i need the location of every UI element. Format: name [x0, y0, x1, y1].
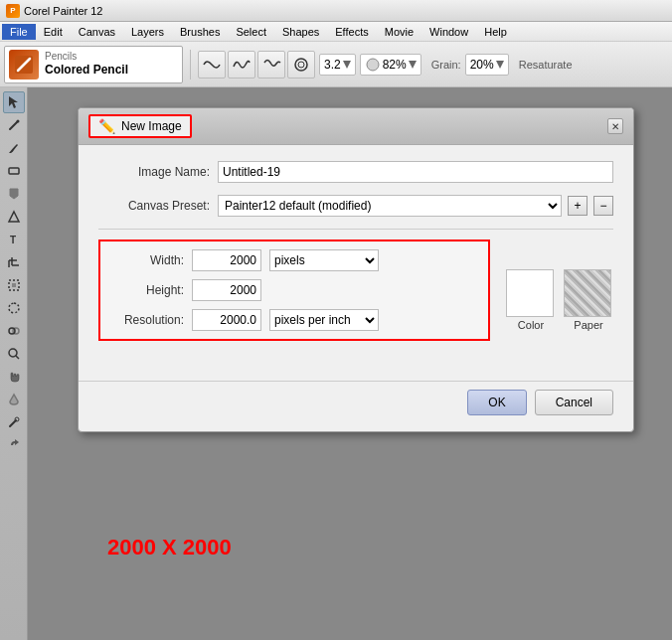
brush-selector[interactable]: Pencils Colored Pencil [4, 46, 183, 83]
paper-swatch[interactable]: Paper [564, 269, 613, 331]
left-toolbar: T [0, 87, 28, 640]
brush-tool-circle[interactable] [287, 51, 315, 79]
opacity-control[interactable]: 82% [360, 54, 421, 76]
menu-file[interactable]: File [2, 24, 36, 40]
svg-rect-11 [9, 168, 19, 174]
brush-tool-squiggle1[interactable] [198, 51, 226, 79]
tool-bucket[interactable] [3, 389, 25, 410]
svg-marker-8 [496, 61, 504, 69]
dialog-title-highlight: ✏️ New Image [88, 114, 192, 138]
ok-button[interactable]: OK [467, 390, 526, 415]
canvas-area: 2000 X 2000 ✏️ New Image ✕ Image Name: [28, 87, 672, 640]
app-icon: P [6, 4, 20, 18]
svg-line-9 [10, 121, 18, 129]
width-input[interactable] [192, 249, 261, 271]
menu-select[interactable]: Select [228, 24, 274, 40]
pencil-icon: ✏️ [98, 118, 115, 134]
size-value: 3.2 [324, 58, 341, 72]
app-title: Corel Painter 12 [24, 5, 103, 17]
tool-magnify[interactable] [3, 343, 25, 365]
width-label: Width: [112, 253, 192, 267]
grain-value: 20% [470, 58, 494, 72]
svg-text:T: T [10, 235, 16, 245]
tool-hand[interactable] [3, 366, 25, 388]
brush-tool-squiggle3[interactable] [257, 51, 285, 79]
svg-rect-19 [12, 283, 16, 287]
menu-effects[interactable]: Effects [327, 24, 376, 40]
menu-canvas[interactable]: Canvas [71, 24, 123, 40]
tool-clone[interactable] [3, 320, 25, 342]
tool-paint[interactable] [3, 137, 25, 159]
tool-crop[interactable] [3, 251, 25, 273]
canvas-preset-row: Canvas Preset: Painter12 default (modifi… [98, 195, 613, 217]
size-control[interactable]: 3.2 [319, 54, 356, 76]
tool-fill[interactable] [3, 183, 25, 205]
image-name-row: Image Name: [98, 161, 613, 183]
menu-help[interactable]: Help [476, 24, 515, 40]
canvas-preset-select[interactable]: Painter12 default (modified) [218, 195, 562, 217]
menu-brushes[interactable]: Brushes [172, 24, 228, 40]
resaturate-label: Resaturate [519, 59, 573, 71]
height-row: Height: [112, 279, 476, 301]
menu-layers[interactable]: Layers [123, 24, 172, 40]
tool-select[interactable] [3, 91, 25, 113]
grain-label: Grain: [431, 59, 461, 71]
svg-marker-4 [343, 61, 351, 69]
new-image-dialog: ✏️ New Image ✕ Image Name: Canvas Preset… [78, 107, 634, 432]
menu-edit[interactable]: Edit [36, 24, 71, 40]
tool-rotate[interactable] [3, 434, 25, 456]
title-bar: P Corel Painter 12 [0, 0, 672, 22]
separator [190, 50, 191, 80]
paper-box [564, 269, 611, 317]
menu-shapes[interactable]: Shapes [274, 24, 327, 40]
dialog-overlay: ✏️ New Image ✕ Image Name: Canvas Preset… [28, 87, 672, 640]
color-box [506, 269, 554, 317]
svg-point-25 [15, 417, 19, 421]
tool-shape[interactable] [3, 206, 25, 228]
cancel-button[interactable]: Cancel [535, 390, 613, 415]
tool-eraser[interactable] [3, 160, 25, 182]
brush-bar: Pencils Colored Pencil 3.2 82% Grain: 20… [0, 42, 672, 87]
resolution-row: Resolution: pixels per inch pixels per c… [112, 309, 476, 331]
brush-tool-squiggle2[interactable] [228, 51, 255, 79]
tool-transform[interactable] [3, 274, 25, 296]
preset-remove-button[interactable]: − [593, 196, 613, 216]
paper-label: Paper [564, 319, 613, 331]
grain-control[interactable]: 20% [465, 54, 509, 76]
opacity-value: 82% [383, 58, 407, 72]
svg-point-21 [13, 328, 19, 334]
svg-marker-12 [9, 212, 19, 222]
menu-movie[interactable]: Movie [377, 24, 421, 40]
tool-text[interactable]: T [3, 229, 25, 250]
resolution-unit-select[interactable]: pixels per inch pixels per cm [269, 309, 379, 331]
brush-name: Colored Pencil [45, 63, 128, 79]
height-input[interactable] [192, 279, 261, 301]
image-name-input[interactable] [218, 161, 613, 183]
height-label: Height: [112, 283, 192, 297]
resolution-input[interactable] [192, 309, 261, 331]
brush-category: Pencils [45, 50, 128, 63]
menu-window[interactable]: Window [421, 24, 476, 40]
brush-text: Pencils Colored Pencil [45, 50, 128, 79]
image-name-label: Image Name: [98, 165, 218, 179]
color-swatch[interactable]: Color [506, 269, 556, 331]
svg-point-22 [9, 349, 17, 357]
tool-lasso[interactable] [3, 297, 25, 319]
tool-brush[interactable] [3, 114, 25, 136]
tool-eyedropper[interactable] [3, 411, 25, 433]
width-row: Width: pixels inches cm [112, 249, 476, 271]
preset-add-button[interactable]: + [568, 196, 588, 216]
canvas-preset-controls: Painter12 default (modified) + − [218, 195, 613, 217]
svg-marker-7 [409, 61, 417, 69]
menu-bar: File Edit Canvas Layers Brushes Select S… [0, 22, 672, 42]
svg-point-2 [295, 59, 307, 71]
svg-point-10 [16, 120, 19, 123]
dimensions-box: Width: pixels inches cm Height: [98, 240, 490, 341]
dialog-close-button[interactable]: ✕ [607, 118, 623, 134]
svg-point-3 [298, 62, 304, 68]
svg-line-24 [10, 420, 16, 426]
width-unit-select[interactable]: pixels inches cm [269, 249, 379, 271]
color-label: Color [506, 319, 556, 331]
dialog-footer: OK Cancel [79, 381, 633, 431]
resolution-label: Resolution: [112, 313, 192, 327]
